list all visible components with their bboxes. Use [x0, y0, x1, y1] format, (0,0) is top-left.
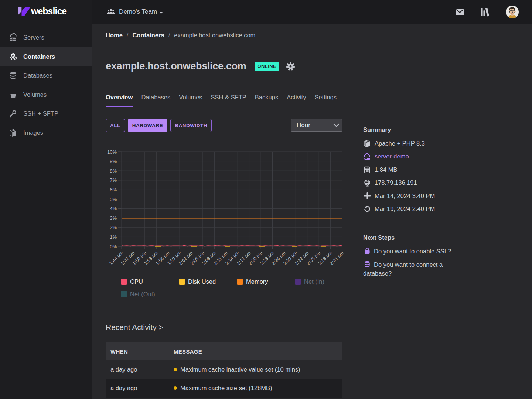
- svg-text:8%: 8%: [110, 168, 117, 174]
- svg-text:5%: 5%: [110, 197, 117, 202]
- svg-text:0%: 0%: [110, 244, 117, 249]
- svg-text:7%: 7%: [110, 177, 117, 183]
- svg-text:10%: 10%: [107, 149, 117, 155]
- svg-text:4%: 4%: [110, 206, 117, 211]
- svg-text:2%: 2%: [110, 225, 117, 230]
- svg-text:6%: 6%: [110, 187, 117, 192]
- svg-text:1%: 1%: [110, 234, 117, 240]
- svg-text:9%: 9%: [110, 158, 117, 164]
- svg-text:3%: 3%: [110, 215, 117, 221]
